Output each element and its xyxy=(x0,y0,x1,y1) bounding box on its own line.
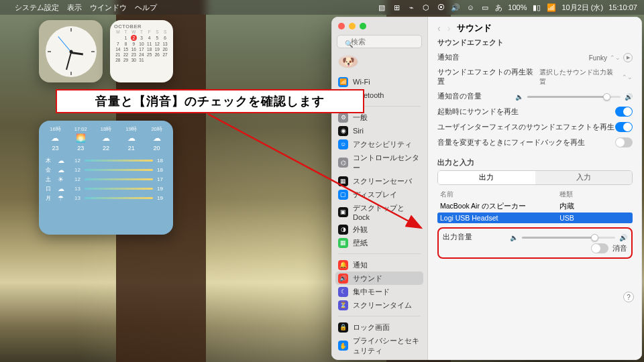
toggle-label: ユーザインターフェイスのサウンドエフェクトを再生 xyxy=(437,123,614,132)
sidebar-item[interactable]: 🔔通知 xyxy=(331,258,427,272)
status-icon[interactable]: ⌁ xyxy=(407,3,416,12)
sidebar-item[interactable]: ▦スクリーンセーバ xyxy=(331,174,427,188)
sidebar-label: コントロールセンター xyxy=(353,153,421,173)
volume-icon[interactable]: 🔊 xyxy=(451,3,460,12)
sidebar-item[interactable]: ⌬コントロールセンター xyxy=(331,151,427,174)
status-icon[interactable]: ⦿ xyxy=(436,3,445,11)
sidebar-icon: ⏳ xyxy=(338,300,348,310)
calendar-widget[interactable]: OCTOBER MTWTFSS1234567891011121314151617… xyxy=(110,20,173,82)
wifi-icon[interactable]: 📶 xyxy=(547,3,556,12)
sidebar-item[interactable]: ☾集中モード xyxy=(331,285,427,298)
menu-help[interactable]: ヘルプ xyxy=(135,3,157,13)
sidebar-label: 一般 xyxy=(353,113,368,123)
sidebar-icon: ◉ xyxy=(338,126,348,136)
speaker-low-icon: 🔈 xyxy=(515,93,523,101)
sidebar-icon: ▦ xyxy=(338,238,348,248)
sidebar-label: 通知 xyxy=(353,260,368,270)
sidebar-label: Wi-Fi xyxy=(353,78,370,86)
sidebar-label: 壁紙 xyxy=(353,238,368,248)
sidebar-item[interactable]: ☝Touch ID とパスワード xyxy=(331,357,427,360)
status-icon[interactable]: ☺ xyxy=(466,3,475,11)
battery-pct[interactable]: 100% xyxy=(508,3,527,11)
sidebar-icon: ◑ xyxy=(338,225,348,235)
zoom-button[interactable] xyxy=(360,23,366,29)
annotation-text: 音量と【消音】のチェックを確認します xyxy=(95,93,325,109)
sidebar-item[interactable]: ☺アクセシビリティ xyxy=(331,137,427,151)
status-icon[interactable]: ⬡ xyxy=(421,3,431,12)
menubar: システム設定 表示 ウインドウ ヘルプ ▧ ⊞ ⌁ ⬡ ⦿ 🔊 ☺ ▭ あ 10… xyxy=(0,0,644,15)
sidebar-item[interactable]: 🔒ロック画面 xyxy=(331,320,427,334)
alert-volume-slider[interactable] xyxy=(527,96,621,98)
io-segmented[interactable]: 出力 入力 xyxy=(437,170,633,185)
clock-face xyxy=(46,26,97,77)
sidebar-label: ディスプレイ xyxy=(353,190,397,200)
seg-input[interactable]: 入力 xyxy=(535,171,633,184)
sidebar-item[interactable]: ▦壁紙 xyxy=(331,236,427,249)
system-settings-window: 🔍 🐶 📶Wi-Fi🅱Bluetooth⚙一般◉Siri☺アクセシビリティ⌬コン… xyxy=(331,17,642,360)
menu-window[interactable]: ウインドウ xyxy=(90,3,127,13)
sidebar-item[interactable]: ⏳スクリーンタイム xyxy=(331,298,427,312)
clock-widget[interactable] xyxy=(39,20,103,82)
sidebar-label: Touch ID とパスワード xyxy=(353,359,421,361)
sidebar-icon: ▣ xyxy=(338,207,348,217)
sidebar-item[interactable]: ◉Siri xyxy=(331,124,427,137)
device-row[interactable]: MacBook Air のスピーカー内蔵 xyxy=(437,200,633,213)
sidebar-item[interactable]: 🔊サウンド xyxy=(335,272,423,285)
weather-hour: 19時☁︎21 xyxy=(121,126,141,153)
toggle-switch[interactable] xyxy=(615,122,633,132)
speaker-high-icon: 🔊 xyxy=(625,93,633,101)
play-icon[interactable]: ▶ xyxy=(623,53,633,62)
toggle-label: 音量を変更するときにフィードバックを再生 xyxy=(437,138,585,147)
nav-back[interactable]: ‹ xyxy=(437,23,441,34)
sidebar-label: 集中モード xyxy=(353,287,390,297)
sidebar-item[interactable]: ▣デスクトップとDock xyxy=(331,201,427,223)
sidebar-icon: ⚙ xyxy=(338,113,348,123)
section-sound-effects: サウンドエフェクト xyxy=(437,38,633,48)
sidebar-icon: ✋ xyxy=(338,341,348,351)
sidebar-item[interactable]: ▢ディスプレイ xyxy=(331,188,427,201)
toggle-switch[interactable] xyxy=(615,107,633,117)
menubar-date[interactable]: 10月2日 (水) xyxy=(561,3,603,13)
alert-sound-label: 通知音 xyxy=(437,53,460,62)
sidebar-item[interactable]: ✋プライバシーとセキュリティ xyxy=(331,334,427,357)
sidebar-label: スクリーンセーバ xyxy=(353,176,412,186)
weather-widget[interactable]: 16時☁︎2317:02🌅2318時☁︎2219時☁︎2120時☁︎20 木☁︎… xyxy=(39,121,173,235)
annotation-callout: 音量と【消音】のチェックを確認します xyxy=(56,89,364,113)
menu-view[interactable]: 表示 xyxy=(67,3,82,13)
app-name[interactable]: システム設定 xyxy=(15,3,59,13)
close-button[interactable] xyxy=(338,23,345,29)
menubar-time[interactable]: 15:10:07 xyxy=(608,3,637,11)
device-row[interactable]: Logi USB HeadsetUSB xyxy=(437,213,633,223)
sidebar-label: スクリーンタイム xyxy=(353,300,412,310)
sidebar-icon: 📶 xyxy=(338,77,348,87)
weather-hour: 18時☁︎22 xyxy=(97,126,116,153)
status-icon[interactable]: ▭ xyxy=(480,3,490,12)
minimize-button[interactable] xyxy=(349,23,356,29)
alert-sound-value[interactable]: Funky⌃⌄ ▶ xyxy=(589,53,633,62)
weather-day-row: 土☀︎1217 xyxy=(46,176,166,183)
weather-hour: 16時☁︎23 xyxy=(46,126,65,153)
sidebar-icon: ▦ xyxy=(338,176,348,186)
help-button[interactable]: ? xyxy=(623,292,634,302)
sidebar-icon: ⌬ xyxy=(338,158,348,168)
weather-hour: 17:02🌅23 xyxy=(71,126,91,153)
calendar-grid: MTWTFSS123456789101112131415161718192021… xyxy=(114,29,169,62)
output-volume-slider[interactable] xyxy=(522,237,615,239)
sidebar-icon: 🔊 xyxy=(338,274,348,284)
nav-forward[interactable]: › xyxy=(447,23,451,34)
account-avatar[interactable]: 🐶 xyxy=(338,55,358,68)
toggle-switch[interactable] xyxy=(615,137,633,147)
status-icon[interactable]: ▧ xyxy=(377,3,386,12)
sidebar-item[interactable]: ◑外観 xyxy=(331,223,427,236)
mute-toggle[interactable] xyxy=(591,243,608,253)
output-volume-highlight: 出力音量 🔈 🔊 消音 xyxy=(437,227,633,259)
sidebar-icon: ▢ xyxy=(338,190,348,200)
input-lang[interactable]: あ xyxy=(495,3,502,13)
play-device-value[interactable]: 選択したサウンド出力装置⌃⌄ xyxy=(539,68,633,86)
search-icon: 🔍 xyxy=(345,40,353,48)
sidebar-label: デスクトップとDock xyxy=(353,203,421,221)
weather-day-row: 金☁︎1218 xyxy=(46,166,166,174)
seg-output[interactable]: 出力 xyxy=(438,171,535,184)
sidebar-item[interactable]: 📶Wi-Fi xyxy=(331,75,427,88)
status-icon[interactable]: ⊞ xyxy=(392,3,401,12)
